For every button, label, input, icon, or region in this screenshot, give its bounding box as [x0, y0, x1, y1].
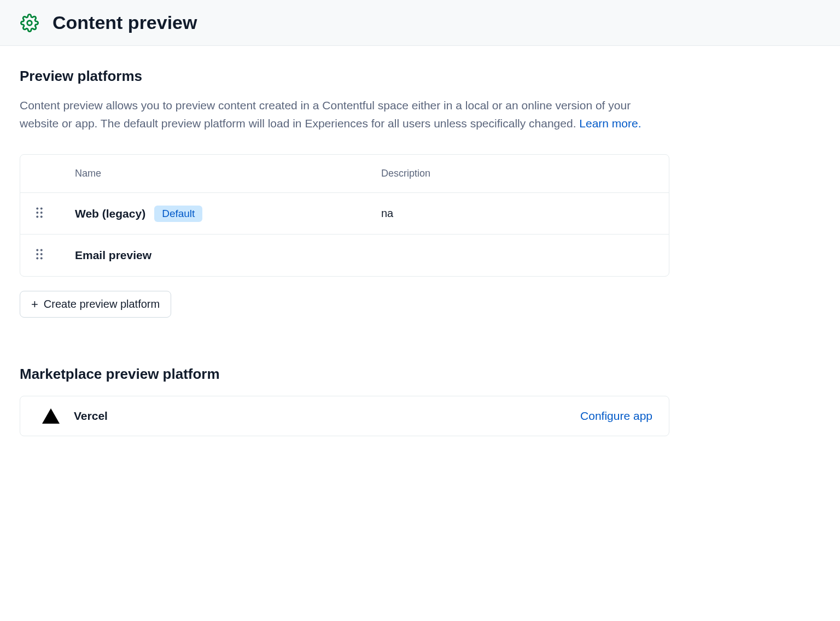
vercel-logo-icon — [42, 408, 60, 424]
marketplace-heading: Marketplace preview platform — [20, 366, 669, 383]
svg-point-0 — [27, 20, 32, 25]
create-preview-platform-button[interactable]: + Create preview platform — [20, 291, 171, 318]
configure-app-link[interactable]: Configure app — [580, 409, 652, 423]
page-title: Content preview — [52, 12, 197, 33]
gear-icon — [20, 13, 39, 33]
svg-point-1 — [36, 207, 38, 209]
svg-point-5 — [36, 215, 38, 218]
platform-name: Email preview — [75, 249, 151, 262]
svg-point-2 — [40, 207, 43, 209]
marketplace-card: Vercel Configure app — [20, 396, 669, 436]
svg-point-12 — [40, 257, 43, 260]
preview-platforms-heading: Preview platforms — [20, 68, 669, 85]
learn-more-link[interactable]: Learn more. — [579, 117, 641, 130]
table-header-row: Name Description — [20, 155, 669, 193]
column-header-name: Name — [75, 168, 381, 179]
svg-point-7 — [36, 249, 38, 251]
default-badge: Default — [154, 206, 202, 222]
table-row[interactable]: Email preview — [20, 235, 669, 276]
svg-point-9 — [36, 253, 38, 255]
svg-point-10 — [40, 253, 43, 255]
marketplace-item-name: Vercel — [74, 409, 108, 423]
preview-platforms-description: Content preview allows you to preview co… — [20, 97, 669, 132]
table-row[interactable]: Web (legacy) Default na — [20, 193, 669, 235]
column-header-description: Description — [381, 168, 654, 179]
svg-point-8 — [40, 249, 43, 251]
description-text: Content preview allows you to preview co… — [20, 99, 631, 130]
svg-point-3 — [36, 212, 38, 214]
platform-description: na — [381, 207, 654, 220]
plus-icon: + — [31, 298, 38, 310]
drag-handle-icon[interactable] — [36, 249, 45, 262]
svg-point-4 — [40, 212, 43, 214]
page-header: Content preview — [0, 0, 840, 46]
platform-name: Web (legacy) — [75, 207, 145, 220]
svg-point-6 — [40, 215, 43, 218]
svg-point-11 — [36, 257, 38, 260]
create-button-label: Create preview platform — [44, 298, 160, 310]
preview-platforms-table: Name Description Web (legacy) Default na — [20, 154, 669, 277]
drag-handle-icon[interactable] — [36, 207, 45, 220]
